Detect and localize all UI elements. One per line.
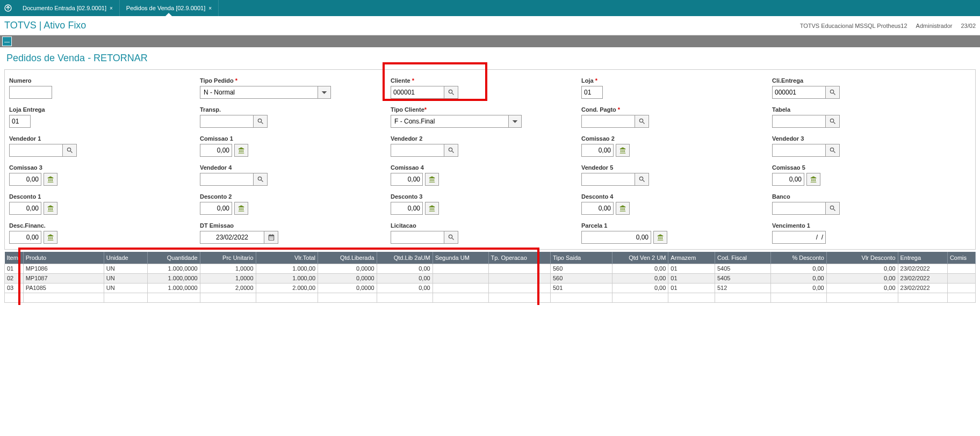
numero-input[interactable]: [9, 86, 52, 99]
table-cell[interactable]: [947, 283, 975, 293]
calc-icon[interactable]: [44, 173, 57, 186]
calc-icon[interactable]: [653, 231, 667, 244]
calc-icon[interactable]: [234, 144, 248, 157]
table-cell[interactable]: [104, 293, 147, 302]
table-cell[interactable]: 0,00: [612, 273, 668, 283]
table-cell[interactable]: 0,00: [770, 273, 826, 283]
table-cell[interactable]: UN: [104, 283, 147, 293]
table-cell[interactable]: [898, 293, 947, 302]
grid-header[interactable]: % Desconto: [770, 252, 826, 264]
table-cell[interactable]: [488, 293, 550, 302]
calc-icon[interactable]: [44, 231, 57, 244]
table-cell[interactable]: 1.000,0000: [147, 283, 200, 293]
table-cell[interactable]: 23/02/2022: [898, 264, 947, 273]
table-cell[interactable]: 2,0000: [200, 283, 256, 293]
table-cell[interactable]: 1,0000: [200, 273, 256, 283]
search-icon[interactable]: [635, 115, 649, 128]
table-cell[interactable]: [947, 273, 975, 283]
table-cell[interactable]: 01: [668, 283, 715, 293]
grid-header[interactable]: Quantidade: [147, 252, 200, 264]
grid-header[interactable]: Produto: [23, 252, 104, 264]
table-cell[interactable]: [550, 293, 612, 302]
desc-financ-input[interactable]: [9, 231, 41, 244]
calc-icon[interactable]: [616, 202, 630, 215]
desconto1-input[interactable]: [9, 202, 41, 215]
grid-header[interactable]: Qtd.Lib 2aUM: [377, 252, 433, 264]
table-cell[interactable]: 0,00: [770, 264, 826, 273]
table-cell[interactable]: [770, 293, 826, 302]
table-cell[interactable]: 0,0000: [318, 273, 377, 283]
table-cell[interactable]: [433, 264, 488, 273]
comissao4-input[interactable]: [391, 173, 423, 186]
grid-header[interactable]: Comis: [947, 252, 975, 264]
search-icon[interactable]: [444, 86, 458, 99]
loja-input[interactable]: [581, 86, 603, 99]
grid-header[interactable]: Armazem: [668, 252, 715, 264]
tab-documento-entrada[interactable]: Documento Entrada [02.9.0001] ×: [16, 0, 120, 16]
table-cell[interactable]: [318, 293, 377, 302]
table-cell[interactable]: 5405: [715, 273, 770, 283]
collapse-button[interactable]: —: [2, 37, 12, 46]
table-cell[interactable]: 0,00: [826, 264, 898, 273]
tipo-pedido-input[interactable]: [200, 86, 318, 99]
table-cell[interactable]: [147, 293, 200, 302]
table-cell[interactable]: 0,0000: [318, 283, 377, 293]
table-cell[interactable]: [200, 293, 256, 302]
desconto3-input[interactable]: [391, 202, 423, 215]
calc-icon[interactable]: [234, 202, 248, 215]
calc-icon[interactable]: [44, 202, 57, 215]
table-cell[interactable]: MP1087: [23, 273, 104, 283]
search-icon[interactable]: [444, 144, 458, 157]
grid-header[interactable]: Prc Unitario: [200, 252, 256, 264]
search-icon[interactable]: [63, 144, 77, 157]
grid-header[interactable]: Tipo Saida: [550, 252, 612, 264]
close-icon[interactable]: ×: [208, 5, 212, 11]
grid-header[interactable]: Vlr Desconto: [826, 252, 898, 264]
table-cell[interactable]: 01: [5, 264, 24, 273]
table-cell[interactable]: 512: [715, 283, 770, 293]
close-icon[interactable]: ×: [110, 5, 113, 11]
grid-header[interactable]: Vlr.Total: [256, 252, 318, 264]
table-row[interactable]: [5, 293, 976, 302]
app-logo-icon[interactable]: [0, 0, 16, 16]
table-cell[interactable]: [668, 293, 715, 302]
table-cell[interactable]: 01: [668, 273, 715, 283]
table-cell[interactable]: [5, 293, 24, 302]
loja-entrega-input[interactable]: [9, 115, 31, 128]
table-cell[interactable]: 1.000,0000: [147, 273, 200, 283]
table-cell[interactable]: [947, 293, 975, 302]
banco-input[interactable]: [772, 202, 826, 215]
table-cell[interactable]: [488, 283, 550, 293]
tabela-input[interactable]: [772, 115, 826, 128]
items-table[interactable]: ItemProdutoUnidadeQuantidadePrc Unitario…: [4, 252, 976, 303]
vendedor4-input[interactable]: [200, 173, 254, 186]
grid-header[interactable]: Unidade: [104, 252, 147, 264]
table-cell[interactable]: 01: [668, 264, 715, 273]
vendedor1-input[interactable]: [9, 144, 63, 157]
table-cell[interactable]: 0,0000: [318, 264, 377, 273]
desconto2-input[interactable]: [200, 202, 232, 215]
search-icon[interactable]: [635, 173, 649, 186]
search-icon[interactable]: [826, 144, 840, 157]
table-cell[interactable]: 1.000,00: [256, 264, 318, 273]
table-cell[interactable]: [612, 293, 668, 302]
table-cell[interactable]: [433, 283, 488, 293]
table-cell[interactable]: 0,00: [826, 283, 898, 293]
table-cell[interactable]: [23, 293, 104, 302]
table-cell[interactable]: 23/02/2022: [898, 273, 947, 283]
table-cell[interactable]: [488, 273, 550, 283]
table-cell[interactable]: 0,00: [770, 283, 826, 293]
table-cell[interactable]: MP1086: [23, 264, 104, 273]
table-cell[interactable]: 2.000,00: [256, 283, 318, 293]
chevron-down-icon[interactable]: [318, 86, 331, 99]
vencimento1-input[interactable]: [772, 231, 826, 244]
table-cell[interactable]: 560: [550, 273, 612, 283]
comissao3-input[interactable]: [9, 173, 41, 186]
tipo-cliente-input[interactable]: [391, 115, 509, 128]
calc-icon[interactable]: [425, 202, 439, 215]
table-cell[interactable]: 0,00: [377, 273, 433, 283]
vendedor3-input[interactable]: [772, 144, 826, 157]
search-icon[interactable]: [254, 173, 268, 186]
table-cell[interactable]: 501: [550, 283, 612, 293]
table-row[interactable]: 03PA1085UN1.000,00002,00002.000,000,0000…: [5, 283, 976, 293]
